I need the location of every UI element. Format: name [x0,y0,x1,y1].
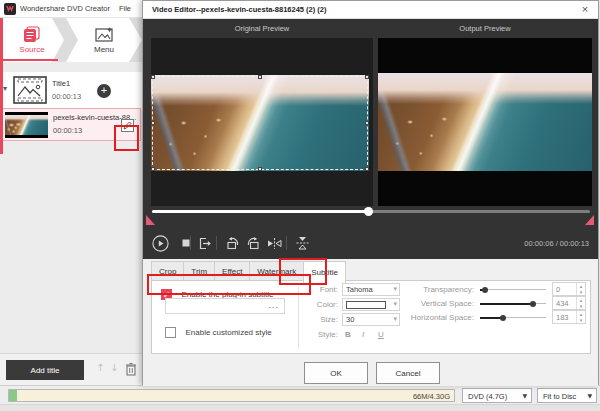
tab-subtitle[interactable]: Subtitle [303,261,346,283]
controls-separator [190,236,191,250]
rotate-left-button[interactable] [222,233,242,253]
collapse-icon[interactable]: ▾ [3,85,7,93]
title-row[interactable]: ▾ Title1 00:00:13 + [0,72,142,110]
checkbox-unchecked[interactable] [165,327,176,338]
trim-end-marker[interactable] [585,215,594,225]
font-label: Font: [292,285,338,294]
tab-watermark[interactable]: Watermark [249,261,304,281]
original-preview-label: Original Preview [151,24,373,33]
play-button[interactable] [150,233,170,253]
disc-type-value: DVD (4.7G) [468,392,507,401]
color-swatch [346,301,386,309]
seek-thumb[interactable] [364,207,373,216]
fit-mode-select[interactable]: Fit to Disc ▼ [537,388,597,403]
sidebar-tab-source[interactable]: Source [0,18,64,62]
horizontal-space-value: 183 [556,313,569,322]
tab-effect[interactable]: Effect [214,261,250,281]
title-duration: 00:00:13 [52,92,81,101]
spinner-arrows[interactable]: ▴▾ [576,311,585,323]
app-title: Wondershare DVD Creator [20,4,110,13]
browse-button[interactable]: ... [268,300,279,310]
vertical-space-slider[interactable] [480,297,546,310]
add-title-button[interactable]: Add title [6,360,84,380]
stop-button[interactable] [176,233,196,253]
seek-bar[interactable] [152,210,590,213]
clip-row-selected[interactable]: pexels-kevin-cuesta-88... 00:00:13 [1,108,141,141]
enable-custom-row[interactable]: Enable customized style [165,323,272,341]
play-icon [152,235,169,252]
move-up-icon[interactable]: ↑ [96,363,104,373]
crop-handle[interactable] [365,75,369,79]
sidebar-accent-bar [0,18,3,154]
stop-icon [182,239,190,247]
size-label: Size: [292,315,338,324]
vertical-space-value: 434 [556,299,569,308]
pencil-icon [123,121,132,130]
flip-horizontal-icon [267,237,282,250]
italic-button[interactable]: I [362,330,364,339]
clip-duration: 00:00:13 [53,126,82,135]
ok-button[interactable]: OK [304,362,368,384]
edit-clip-button[interactable] [121,119,134,132]
source-tab-underline [0,59,58,61]
spinner-arrows[interactable]: ▴▾ [576,297,585,309]
capacity-text: 66M/4.30G [413,392,450,401]
output-preview-panel [378,38,592,206]
wondershare-logo-icon [4,3,16,15]
close-icon[interactable]: × [578,2,592,17]
tab-trim[interactable]: Trim [183,261,215,281]
dialog-title: Video Editor--pexels-kevin-cuesta-881624… [152,5,327,14]
thumbnail-image [5,115,48,135]
crop-handle[interactable] [151,75,155,79]
flip-horizontal-button[interactable] [264,233,284,253]
seek-fill [152,210,369,213]
trim-start-marker[interactable] [146,215,155,225]
menu-icon [94,26,114,43]
rotate-left-icon [225,236,240,250]
capacity-used-segment [9,390,17,401]
controls-separator [286,236,287,250]
size-value: 30 [346,315,354,324]
subtitle-file-field[interactable]: ... [165,298,285,314]
cancel-button[interactable]: Cancel [376,362,440,384]
snapshot-button[interactable] [195,233,215,253]
crop-handle[interactable] [365,167,369,171]
sidebar-tab-menu-label: Menu [94,45,114,54]
tab-crop[interactable]: Crop [151,261,184,281]
video-thumbnail[interactable] [5,112,48,138]
file-menu[interactable]: File [119,4,131,13]
underline-button[interactable]: U [378,330,384,339]
fit-mode-value: Fit to Disc [543,392,576,401]
crop-handle[interactable] [258,167,262,171]
horizontal-space-input[interactable]: 183 ▴▾ [552,310,586,324]
controls-separator [216,236,217,250]
rotate-right-button[interactable] [243,233,263,253]
flip-vertical-button[interactable] [292,233,312,253]
vertical-space-input[interactable]: 434 ▴▾ [552,296,586,310]
dialog-titlebar: Video Editor--pexels-kevin-cuesta-881624… [143,1,598,19]
transparency-input[interactable]: 0 ▴▾ [552,282,586,296]
crop-handle[interactable] [151,167,155,171]
capacity-bar: 66M/4.30G [8,389,455,402]
trash-icon[interactable] [125,362,137,376]
crop-handle[interactable] [151,121,155,125]
bold-button[interactable]: B [345,330,351,339]
disc-type-select[interactable]: DVD (4.7G) ▼ [462,388,532,403]
transparency-slider[interactable] [480,283,546,296]
add-clip-button[interactable]: + [97,84,111,98]
settings-area: Crop Trim Effect Watermark Subtitle ✓ En… [143,259,598,386]
sidebar-tab-menu[interactable]: Menu [66,18,142,62]
crop-selection[interactable] [152,76,368,170]
horizontal-space-label: Horizontal Space: [388,313,474,322]
film-placeholder-icon [13,76,47,104]
horizontal-space-slider[interactable] [480,311,546,324]
transparency-value: 0 [556,285,560,294]
crop-handle[interactable] [258,75,262,79]
transparency-label: Transparency: [388,285,474,294]
time-display: 00:00:06 / 00:00:13 [524,239,589,248]
spinner-arrows[interactable]: ▴▾ [576,283,585,295]
crop-handle[interactable] [365,121,369,125]
move-down-icon[interactable]: ↓ [110,363,118,373]
output-video-frame [378,73,592,171]
font-value: Tahoma [346,285,373,294]
